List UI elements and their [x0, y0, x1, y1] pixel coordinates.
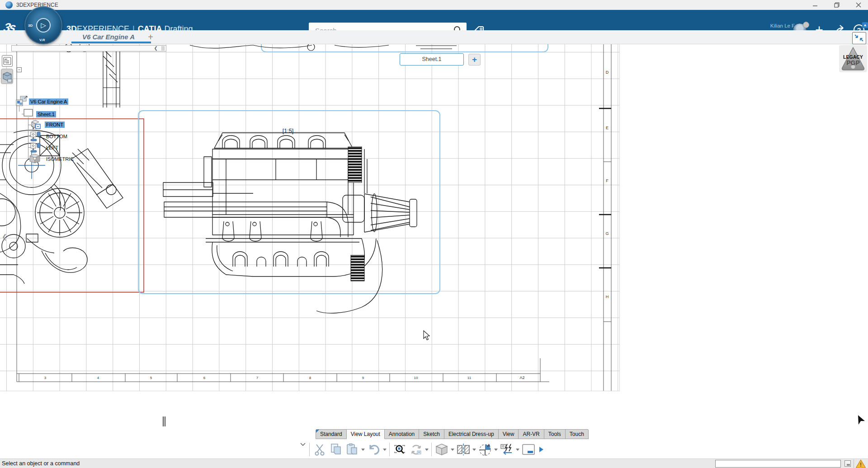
tab-annotation[interactable]: Annotation — [385, 429, 419, 439]
svg-text:G: G — [605, 231, 609, 236]
tab-tools[interactable]: Tools — [544, 429, 566, 439]
copy-button[interactable] — [328, 441, 344, 458]
active-tab-underline — [71, 42, 151, 43]
restore-button[interactable] — [829, 0, 844, 10]
expand-toolbar-chevron[interactable] — [298, 441, 307, 448]
dock-caret-mark — [163, 417, 164, 426]
stylus-cursor-icon — [857, 415, 866, 427]
view-creation-button[interactable] — [434, 441, 450, 458]
svg-text:10: 10 — [414, 376, 418, 380]
clipped-view-frame-top[interactable] — [261, 44, 548, 52]
svg-text:11: 11 — [467, 376, 472, 380]
svg-text:4: 4 — [97, 376, 99, 380]
svg-text:5: 5 — [150, 376, 152, 380]
more-tools-arrow[interactable] — [537, 441, 546, 458]
angle-annotation-button[interactable]: A — [477, 441, 493, 458]
expander-minus[interactable]: − — [17, 67, 22, 72]
command-input[interactable] — [715, 460, 841, 468]
angle-annotation-dropdown[interactable] — [493, 441, 499, 458]
tab-view[interactable]: View — [499, 429, 519, 439]
section-view-dropdown[interactable] — [472, 441, 477, 458]
action-toolbar: A — [298, 441, 546, 458]
compass-play-icon[interactable]: ▷ — [36, 18, 51, 33]
svg-text:3: 3 — [44, 376, 47, 380]
avatar-status-badge — [803, 22, 809, 28]
tree-item-bottom[interactable]: BOTTOM — [45, 133, 69, 140]
status-message: Select an object or a command — [2, 460, 80, 467]
tab-sketch[interactable]: Sketch — [419, 429, 444, 439]
compass-3d-label[interactable]: 3D — [28, 23, 33, 28]
view-creation-dropdown[interactable] — [450, 441, 455, 458]
undo-dropdown[interactable] — [382, 441, 387, 458]
sheet-background-button[interactable] — [520, 441, 537, 458]
dock-caret-mark — [165, 417, 165, 426]
exit-fullframe-button[interactable] — [852, 32, 866, 44]
legacy-pgp-badge: LEGACY PGP — [839, 45, 867, 72]
collapse-panel-icon[interactable]: ❮ — [2, 233, 7, 240]
fit-all-in-button[interactable] — [392, 441, 408, 458]
paste-button[interactable] — [344, 441, 360, 458]
warning-icon[interactable]: ! — [855, 459, 866, 468]
svg-text:!: ! — [860, 462, 862, 468]
svg-text:F: F — [606, 178, 609, 183]
paste-dropdown[interactable] — [360, 441, 366, 458]
document-tab-bar: V6 Car Engine A + — [0, 30, 868, 44]
svg-text:PGP: PGP — [846, 59, 860, 66]
svg-text:6: 6 — [203, 376, 206, 380]
svg-text:D: D — [606, 70, 609, 75]
tree-item-left[interactable]: LEFT — [45, 145, 60, 151]
3dexperience-compass[interactable]: ▷ 3D V.R — [24, 6, 62, 44]
projection-view-icon[interactable] — [30, 131, 42, 144]
help-alert-badge: ▲ — [862, 22, 868, 28]
tab-touch[interactable]: Touch — [566, 429, 589, 439]
specification-tree: V6 Car Engine A − Sheet.1 FRONT BOTTOM L… — [0, 44, 167, 166]
timing-gear-lower[interactable] — [351, 255, 364, 281]
tab-electrical-dress-up[interactable]: Electrical Dress-up — [444, 429, 499, 439]
tree-item-root[interactable]: V6 Car Engine A — [29, 98, 68, 105]
generative-update-button[interactable] — [499, 441, 515, 458]
svg-text:E: E — [606, 126, 609, 130]
compass-vr-label[interactable]: V.R — [39, 38, 45, 42]
undo-button[interactable] — [366, 441, 382, 458]
tree-item-front[interactable]: FRONT — [45, 122, 65, 128]
new-tab-button[interactable]: + — [145, 31, 156, 43]
drawing-root-icon[interactable] — [15, 96, 28, 108]
generative-update-dropdown[interactable] — [515, 441, 520, 458]
svg-text:8: 8 — [309, 376, 311, 380]
update-button[interactable] — [408, 441, 424, 458]
front-view-icon[interactable] — [30, 119, 42, 132]
mouse-cursor — [424, 331, 429, 340]
format-label: A2 — [519, 375, 524, 380]
tab-standard[interactable]: Standard — [316, 429, 347, 439]
cut-button[interactable] — [311, 441, 328, 458]
isometric-view-icon[interactable] — [29, 153, 42, 166]
zone-letters: D E F G H — [605, 70, 609, 299]
svg-text:7: 7 — [256, 376, 259, 380]
status-bar: Select an object or a command ! — [0, 459, 868, 468]
close-button[interactable] — [851, 0, 866, 10]
view-scale-label[interactable]: [1:5] — [283, 128, 293, 134]
sheet-icon[interactable] — [24, 109, 33, 119]
timing-gear-upper[interactable] — [348, 147, 362, 183]
update-dropdown[interactable] — [424, 441, 429, 458]
sheet-tab[interactable]: Sheet.1 — [400, 53, 464, 66]
sheet-trim-marks — [599, 108, 611, 268]
window-titlebar: 3DEXPERIENCE — [0, 0, 868, 10]
tab-view-layout[interactable]: View Layout — [347, 429, 385, 439]
tree-item-sheet[interactable]: Sheet.1 — [36, 111, 56, 117]
add-sheet-button[interactable]: + — [468, 54, 481, 66]
tab-ar-vr[interactable]: AR-VR — [519, 429, 544, 439]
ribbon-tab-bar: Standard View Layout Annotation Sketch E… — [316, 429, 589, 439]
app-icon — [5, 1, 13, 9]
svg-text:H: H — [606, 295, 609, 299]
zone-numbers: 3 4 5 6 7 8 9 10 11 A2 — [44, 375, 525, 380]
front-view-geometry[interactable] — [163, 133, 417, 313]
drawing-viewport[interactable]: 3 4 5 6 7 8 9 10 11 A2 D E F G H — [0, 44, 620, 391]
restore-panel-icon[interactable] — [844, 460, 851, 467]
section-view-button[interactable] — [455, 441, 472, 458]
minimize-button[interactable] — [807, 0, 823, 10]
svg-text:A: A — [487, 443, 491, 448]
top-bar: 3s 3DEXPERIENCE|CATIA Drafting Kilian Le… — [0, 10, 868, 30]
svg-text:9: 9 — [362, 376, 364, 380]
tree-item-isometric[interactable]: ISOMETRIC — [45, 156, 75, 162]
